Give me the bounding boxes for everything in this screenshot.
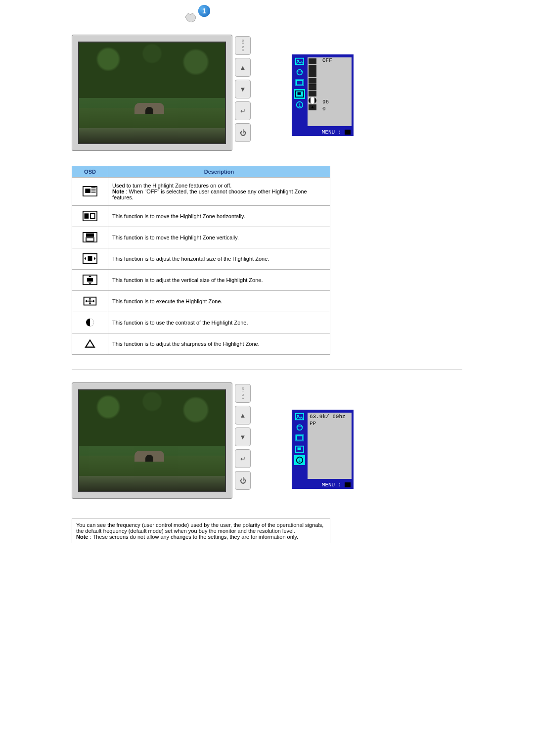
info-description-box: You can see the frequency (user control … — [72, 519, 330, 543]
table-row: This function is to adjust the vertical … — [72, 270, 330, 291]
sub-hz-execute-icon — [309, 91, 316, 96]
up-button[interactable]: ▲ — [235, 406, 251, 425]
down-button[interactable]: ▼ — [235, 80, 251, 98]
svg-text:i: i — [298, 103, 301, 108]
hz-h-size-icon — [83, 253, 97, 264]
table-row: This function is to execute the Highligh… — [72, 291, 330, 312]
power-button[interactable]: ⏻ — [235, 471, 251, 490]
hz-h-move-icon — [83, 211, 97, 222]
svg-rect-19 — [86, 237, 94, 241]
osd-main-area: OFF 96 0 — [308, 57, 352, 126]
osd-value-off: OFF — [322, 57, 332, 63]
osd-info-line2: PP — [310, 421, 316, 426]
table-row: This function is to move the Highlight Z… — [72, 227, 330, 248]
monitor-mockup-2: MENU ▲ ▼ ↵ ⏻ — [72, 382, 255, 504]
svg-rect-21 — [88, 256, 92, 261]
enter-button[interactable]: ↵ — [235, 449, 251, 468]
svg-point-28 — [297, 425, 303, 430]
power-button[interactable]: ⏻ — [235, 123, 251, 142]
svg-rect-6 — [298, 92, 301, 94]
svg-rect-23 — [87, 278, 93, 282]
osd-cat-highlight-icon — [294, 89, 305, 99]
monitor-screen — [78, 389, 226, 492]
svg-text:i: i — [298, 459, 301, 464]
sub-hz-toggle-icon — [309, 58, 316, 64]
section-separator — [72, 370, 462, 370]
osd-cat-screen-icon — [294, 433, 305, 443]
osd-cat-highlight-icon — [294, 444, 305, 454]
sub-hz-vsize-icon — [309, 84, 316, 90]
monitor-frame — [72, 35, 232, 151]
monitor-screen — [78, 42, 226, 144]
svg-point-2 — [297, 70, 303, 75]
table-row: This function is to use the contrast of … — [72, 312, 330, 333]
hand-icon — [183, 10, 198, 25]
row-text: This function is to execute the Highligh… — [108, 291, 330, 312]
osd-value-sharpness: 0 — [322, 106, 326, 112]
hz-contrast-icon — [83, 317, 97, 328]
monitor-mockup-1: MENU ▲ ▼ ↵ ⏻ — [72, 35, 255, 156]
up-button[interactable]: ▲ — [235, 58, 251, 77]
sub-hz-contrast-icon — [309, 97, 316, 104]
highlight-zone-table: OSD Description Used to turn the Highlig… — [72, 166, 330, 355]
monitor-side-buttons: MENU ▲ ▼ ↵ ⏻ — [235, 36, 255, 142]
osd-cat-info-icon: i — [294, 100, 305, 110]
row-text: This function is to move the Highlight Z… — [108, 227, 330, 248]
osd-cat-picture-icon — [294, 56, 305, 66]
osd-info-line1: 63.9k/ 60hz — [310, 414, 346, 420]
menu-exit-icon — [345, 482, 351, 487]
note-label: Note — [112, 189, 124, 194]
sub-hz-hmove-icon — [309, 65, 316, 71]
row-text: Used to turn the Highlight Zone features… — [112, 183, 231, 189]
menu-button[interactable]: MENU — [235, 384, 251, 403]
down-button[interactable]: ▼ — [235, 427, 251, 446]
svg-rect-29 — [297, 436, 303, 440]
row-text: This function is to move the Highlight Z… — [108, 206, 330, 227]
table-row: This function is to adjust the horizonta… — [72, 248, 330, 270]
osd-cat-picture-icon — [294, 412, 305, 422]
sub-hz-sharpness-icon — [309, 104, 316, 110]
section1-figure: MENU ▲ ▼ ↵ ⏻ 1 — [72, 35, 462, 156]
osd-main-area: 63.9k/ 60hz PP — [308, 413, 352, 479]
row-text: This function is to adjust the horizonta… — [108, 248, 330, 270]
svg-rect-0 — [296, 58, 304, 65]
enter-button[interactable]: ↵ — [235, 101, 251, 120]
osd-cat-screen-icon — [294, 78, 305, 88]
row-text: This function is to adjust the vertical … — [108, 270, 330, 291]
table-row: This function is to move the Highlight Z… — [72, 206, 330, 227]
monitor-side-buttons: MENU ▲ ▼ ↵ ⏻ — [235, 384, 255, 490]
osd-cat-info-icon: i — [294, 455, 305, 465]
section2-figure: MENU ▲ ▼ ↵ ⏻ 1 — [72, 382, 462, 504]
hz-v-move-icon — [83, 232, 97, 243]
col-description: Description — [108, 166, 330, 178]
step-badge-1: 1 — [198, 5, 210, 17]
menu-button[interactable]: MENU — [235, 36, 251, 55]
hz-v-size-icon — [83, 275, 97, 285]
hz-toggle-icon — [83, 186, 97, 197]
table-row: This function is to adjust the sharpness… — [72, 333, 330, 355]
info-text: You can see the frequency (user control … — [76, 522, 323, 534]
osd-cat-geometry-icon — [294, 67, 305, 77]
osd-panel-highlight: i OFF 96 0 MENU : — [292, 54, 354, 136]
svg-rect-18 — [86, 234, 94, 237]
svg-rect-15 — [85, 213, 89, 219]
note-label: Note — [76, 534, 88, 540]
row-text: This function is to adjust the sharpness… — [108, 333, 330, 355]
svg-rect-16 — [90, 213, 95, 219]
monitor-frame — [72, 382, 232, 499]
hand-cue-2: 1 — [183, 2, 210, 30]
svg-rect-10 — [85, 189, 90, 193]
svg-rect-26 — [296, 414, 304, 420]
table-row: Used to turn the Highlight Zone features… — [72, 178, 330, 206]
menu-exit-icon — [345, 130, 351, 135]
osd-panel-info: i 63.9k/ 60hz PP MENU : — [292, 410, 354, 489]
sub-hz-hsize-icon — [309, 78, 316, 84]
osd-value-contrast: 96 — [322, 99, 329, 105]
svg-rect-3 — [297, 81, 303, 85]
osd-cat-geometry-icon — [294, 423, 305, 432]
osd-footer: MENU : — [292, 129, 354, 135]
sub-hz-vmove-icon — [309, 71, 316, 77]
svg-rect-32 — [298, 447, 301, 450]
row-text: This function is to use the contrast of … — [108, 312, 330, 333]
col-osd: OSD — [72, 166, 108, 178]
